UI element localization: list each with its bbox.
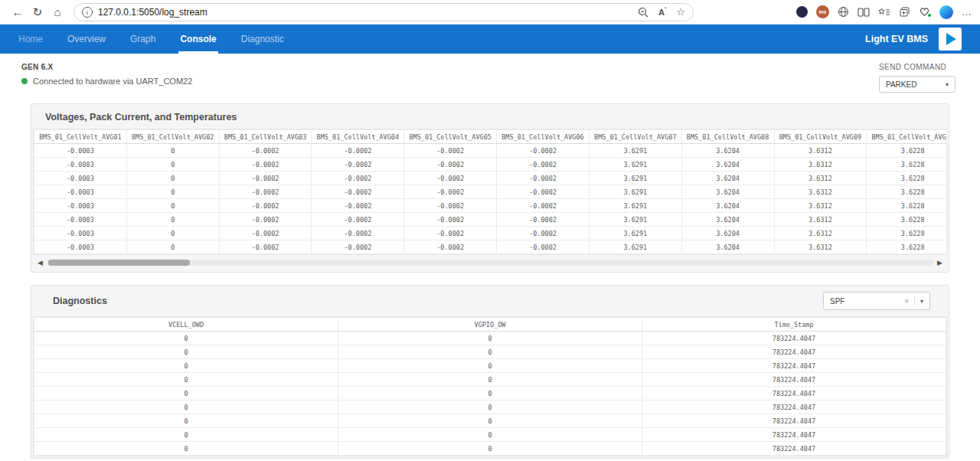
refresh-icon[interactable]: ↻ [28, 2, 47, 22]
table-cell: -0.0002 [219, 240, 312, 254]
table-row: 00783224.4047 [34, 414, 946, 428]
clear-icon[interactable]: × [904, 297, 915, 306]
url-text[interactable]: 127.0.0.1:5050/log_stream [98, 7, 632, 18]
read-aloud-icon[interactable]: Aˆ [658, 7, 666, 17]
table-cell: -0.0002 [312, 158, 404, 172]
scroll-left-icon[interactable]: ◀ [38, 259, 43, 266]
tab-overview[interactable]: Overview [66, 25, 107, 54]
table-cell: -0.0002 [219, 199, 312, 213]
table-row: 00783224.4047 [34, 401, 946, 414]
scroll-right-icon[interactable]: ▶ [937, 259, 942, 266]
brand-title: Light EV BMS [865, 34, 928, 44]
table-row: -0.00030-0.0002-0.0002-0.0002-0.00023.62… [34, 185, 948, 199]
play-icon [946, 33, 956, 45]
table-cell: -0.0002 [497, 213, 590, 227]
table-cell: 0 [34, 414, 338, 428]
url-bar[interactable]: i 127.0.0.1:5050/log_stream Aˆ ☆ [74, 3, 694, 21]
table-cell: 0 [34, 332, 338, 345]
send-command-block: SEND COMMAND PARKED ▾ [879, 63, 956, 93]
table-cell: -0.0002 [404, 144, 497, 158]
connection-block: GEN 6.X Connected to hardware via UART_C… [21, 63, 192, 93]
table-cell: 0 [126, 158, 219, 172]
column-header: BMS_01_CellVolt_AVG08 [681, 130, 774, 144]
table-cell: 3.6312 [774, 144, 867, 158]
table-cell: 0 [34, 387, 338, 401]
table-cell: -0.0002 [312, 199, 404, 213]
table-cell: -0.0002 [312, 213, 404, 227]
column-header: BMS_01_CellVolt_AVG01 [34, 130, 127, 144]
tab-graph[interactable]: Graph [129, 25, 157, 54]
table-cell: 0 [34, 401, 338, 414]
table-cell: 0 [338, 332, 642, 345]
diagnostics-card: Diagnostics SPF × ▾ VCELL_OWDVGPIO_OWTim… [31, 285, 949, 459]
voltages-table-scroll-area[interactable]: BMS_01_CellVolt_AVG01BMS_01_CellVolt_AVG… [33, 129, 947, 255]
table-cell: 3.6228 [867, 240, 947, 254]
table-row: -0.00030-0.0002-0.0002-0.0002-0.00023.62… [34, 144, 948, 158]
browser-essentials-icon[interactable] [919, 6, 931, 18]
table-header-row: VCELL_OWDVGPIO_OWTime_Stamp [34, 318, 946, 332]
table-row: 00783224.4047 [34, 359, 946, 373]
split-screen-icon[interactable] [858, 7, 870, 18]
diagnostics-filter-select[interactable]: SPF × ▾ [823, 292, 930, 310]
home-icon[interactable]: ⌂ [47, 2, 67, 22]
tab-diagnostic[interactable]: Diagnostic [240, 25, 286, 54]
send-command-select[interactable]: PARKED ▾ [879, 76, 956, 93]
browser-menu-icon[interactable]: … [962, 6, 972, 18]
diagnostics-card-header: Diagnostics SPF × ▾ [31, 286, 949, 316]
page-info-icon[interactable]: i [82, 7, 93, 18]
profile-badge-icon[interactable]: me [816, 5, 829, 18]
table-cell: -0.0002 [404, 213, 497, 227]
table-row: -0.00030-0.0002-0.0002-0.0002-0.00023.62… [34, 213, 948, 227]
table-cell: 3.6204 [681, 172, 774, 185]
table-cell: 3.6228 [867, 213, 947, 227]
status-row: GEN 6.X Connected to hardware via UART_C… [0, 54, 980, 93]
table-cell: 783224.4047 [642, 401, 946, 414]
table-cell: -0.0002 [497, 172, 590, 185]
horizontal-scrollbar[interactable]: ◀ ▶ [38, 259, 942, 266]
favorites-icon[interactable] [878, 7, 890, 18]
table-cell: -0.0003 [34, 144, 127, 158]
table-cell: -0.0002 [497, 227, 590, 240]
table-cell: -0.0002 [312, 144, 404, 158]
play-button[interactable] [939, 28, 962, 51]
scrollbar-thumb[interactable] [48, 260, 190, 266]
table-cell: 0 [338, 387, 642, 401]
table-cell: 3.6204 [681, 227, 774, 240]
diagnostics-table: VCELL_OWDVGPIO_OWTime_Stamp00783224.4047… [34, 317, 946, 456]
scrollbar-track[interactable] [47, 260, 933, 266]
table-cell: -0.0003 [34, 240, 127, 254]
table-row: -0.00030-0.0002-0.0002-0.0002-0.00023.62… [34, 227, 948, 240]
extension-icon[interactable] [796, 6, 808, 18]
table-cell: -0.0002 [312, 172, 404, 185]
table-cell: 0 [34, 442, 338, 456]
copilot-icon[interactable] [939, 5, 953, 19]
table-cell: -0.0002 [219, 172, 312, 185]
table-cell: -0.0002 [312, 185, 404, 199]
back-icon[interactable]: ← [8, 2, 28, 22]
zoom-out-icon[interactable] [638, 7, 648, 18]
table-cell: 3.6291 [589, 144, 681, 158]
diagnostics-card-title: Diagnostics [45, 296, 107, 306]
column-header: BMS_01_CellVolt_AVG03 [219, 130, 312, 144]
table-cell: 3.6204 [681, 199, 774, 213]
table-cell: 0 [338, 428, 642, 442]
table-cell: 0 [338, 442, 642, 456]
voltages-card: Voltages, Pack Current, and Temperatures… [31, 103, 949, 273]
generation-label: GEN 6.X [21, 63, 192, 71]
table-cell: 3.6204 [681, 144, 774, 158]
table-cell: 783224.4047 [642, 442, 946, 456]
column-header: BMS_01_CellVolt_AVG10 [867, 130, 947, 144]
table-cell: 0 [338, 401, 642, 414]
globe-extension-icon[interactable] [838, 6, 849, 18]
tab-home[interactable]: Home [17, 25, 44, 54]
table-cell: 0 [126, 227, 219, 240]
tab-console[interactable]: Console [178, 25, 217, 54]
column-header: BMS_01_CellVolt_AVG06 [497, 130, 590, 144]
connected-dot-icon [21, 78, 28, 84]
favorite-star-icon[interactable]: ☆ [676, 6, 685, 18]
table-cell: -0.0003 [34, 199, 127, 213]
table-cell: 3.6204 [681, 240, 774, 254]
table-cell: -0.0002 [219, 185, 312, 199]
table-cell: 3.6204 [681, 213, 774, 227]
collections-icon[interactable] [899, 6, 910, 18]
